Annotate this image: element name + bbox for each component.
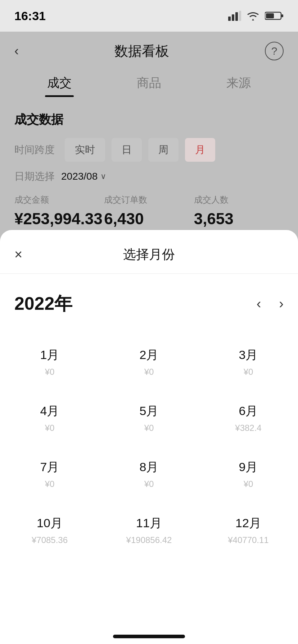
filter-month[interactable]: 月 — [185, 138, 215, 162]
month-cell-6[interactable]: 6月 ¥382.4 — [199, 390, 298, 446]
filter-day[interactable]: 日 — [112, 138, 142, 162]
help-button[interactable]: ? — [265, 42, 284, 60]
stats-row: 成交金额 ¥253,994.33 成交订单数 6,430 成交人数 3,653 — [14, 194, 284, 228]
svg-rect-6 — [266, 13, 274, 18]
time-filter-row: 时间跨度 实时 日 周 月 — [14, 138, 284, 162]
year-nav-buttons: ‹ › — [257, 296, 284, 312]
tab-shangpin[interactable]: 商品 — [137, 75, 161, 97]
status-time: 16:31 — [14, 9, 46, 23]
stat-users: 成交人数 3,653 — [194, 194, 284, 228]
signal-icon — [228, 11, 241, 21]
section-title: 成交数据 — [14, 111, 284, 128]
svg-rect-0 — [228, 17, 231, 21]
date-label: 日期选择 — [14, 170, 55, 183]
time-filter-label: 时间跨度 — [14, 143, 55, 157]
month-picker-modal[interactable]: × 选择月份 2022年 ‹ › 1月 ¥0 2月 — [0, 230, 298, 644]
month-grid: 1月 ¥0 2月 ¥0 3月 ¥0 4月 ¥0 5月 ¥0 6月 ¥382.4 — [0, 323, 298, 569]
stat-amount: 成交金额 ¥253,994.33 — [14, 194, 104, 228]
date-selector[interactable]: 2023/08 ∨ — [61, 171, 106, 182]
page-header: ‹ 数据看板 ? — [14, 32, 284, 68]
month-cell-5[interactable]: 5月 ¥0 — [99, 390, 199, 446]
month-cell-8[interactable]: 8月 ¥0 — [99, 446, 199, 502]
next-year-button[interactable]: › — [279, 296, 284, 312]
tab-bar: 成交 商品 来源 — [14, 68, 284, 97]
background-content: ‹ 数据看板 ? 成交 商品 来源 成交数据 时间跨度 实时 日 周 月 — [0, 32, 298, 242]
month-cell-11[interactable]: 11月 ¥190856.42 — [99, 502, 199, 558]
page-title: 数据看板 — [114, 42, 169, 60]
svg-rect-2 — [235, 12, 238, 21]
home-indicator — [113, 635, 185, 638]
modal-title: 选择月份 — [123, 246, 175, 263]
tab-laiyuan[interactable]: 来源 — [226, 75, 251, 97]
back-button[interactable]: ‹ — [14, 43, 19, 59]
month-cell-7[interactable]: 7月 ¥0 — [0, 446, 99, 502]
status-icons — [228, 11, 284, 21]
month-cell-12[interactable]: 12月 ¥40770.11 — [199, 502, 298, 558]
month-cell-3[interactable]: 3月 ¥0 — [199, 334, 298, 390]
month-cell-10[interactable]: 10月 ¥7085.36 — [0, 502, 99, 558]
year-display: 2022年 — [14, 292, 72, 316]
modal-close-button[interactable]: × — [14, 247, 22, 262]
month-cell-9[interactable]: 9月 ¥0 — [199, 446, 298, 502]
year-navigation: 2022年 ‹ › — [0, 274, 298, 323]
svg-rect-5 — [281, 14, 283, 17]
modal-header: × 选择月份 — [0, 230, 298, 274]
svg-rect-3 — [239, 11, 241, 21]
tab-chengjiao[interactable]: 成交 — [47, 75, 72, 97]
prev-year-button[interactable]: ‹ — [257, 296, 261, 312]
stat-orders: 成交订单数 6,430 — [104, 194, 194, 228]
wifi-icon — [246, 11, 260, 21]
filter-week[interactable]: 周 — [148, 138, 179, 162]
month-cell-4[interactable]: 4月 ¥0 — [0, 390, 99, 446]
date-selector-row: 日期选择 2023/08 ∨ — [14, 170, 284, 183]
filter-realtime[interactable]: 实时 — [65, 138, 105, 162]
month-cell-2[interactable]: 2月 ¥0 — [99, 334, 199, 390]
svg-rect-1 — [232, 14, 234, 21]
battery-icon — [265, 11, 284, 20]
chevron-down-icon: ∨ — [100, 172, 106, 181]
month-cell-1[interactable]: 1月 ¥0 — [0, 334, 99, 390]
status-bar: 16:31 — [0, 0, 298, 32]
